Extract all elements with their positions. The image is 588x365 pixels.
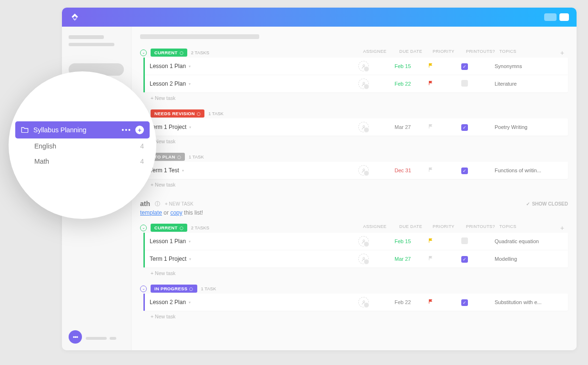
col-topics[interactable]: TOPICS (499, 224, 557, 232)
col-assignee[interactable]: ASSIGNEE (363, 224, 399, 232)
assignee-add-icon[interactable] (358, 254, 369, 264)
new-task-button[interactable]: + New task (145, 311, 568, 322)
task-row[interactable]: Term 1 Test ▾ Dec 31 ✓ Functions of writ… (145, 162, 568, 179)
folder-more-icon[interactable]: ••• (122, 126, 132, 134)
copy-link[interactable]: copy (170, 209, 182, 216)
folder-add-button[interactable]: + (135, 126, 144, 134)
list-title[interactable]: ath (140, 200, 150, 207)
task-name: Lesson 1 Plan (150, 63, 186, 69)
assignee-add-icon[interactable] (358, 297, 369, 307)
topic-value[interactable]: Literature (495, 81, 552, 87)
new-task-button[interactable]: + New task (145, 92, 568, 104)
printouts-checkbox[interactable]: ✓ (461, 299, 468, 306)
col-printouts[interactable]: PRINTOUTS? (466, 224, 499, 232)
list-item-english[interactable]: English 4 (15, 138, 150, 154)
col-printouts[interactable]: PRINTOUTS? (466, 49, 499, 57)
task-row[interactable]: Term 1 Project ▾ Mar 27 ✓ Modelling (145, 250, 568, 267)
topic-value[interactable]: Synonymns (495, 63, 552, 69)
new-task-button[interactable]: + New task (145, 136, 568, 147)
printouts-checkbox[interactable] (461, 237, 468, 244)
status-badge[interactable]: CURRENT ◌ (151, 49, 187, 57)
list-name: Math (34, 158, 49, 165)
priority-flag-icon[interactable] (428, 123, 461, 131)
assignee-add-icon[interactable] (358, 79, 369, 89)
priority-flag-icon[interactable] (428, 237, 461, 245)
column-headers: ASSIGNEE DUE DATE PRIORITY PRINTOUTS? TO… (363, 49, 568, 57)
priority-flag-icon[interactable] (428, 298, 461, 306)
show-closed-toggle[interactable]: ✓ SHOW CLOSED (526, 201, 568, 207)
priority-flag-icon[interactable] (428, 255, 461, 263)
status-edit-icon: ◌ (180, 226, 183, 230)
template-link[interactable]: template (140, 209, 162, 216)
task-count: 2 TASKS (191, 225, 209, 230)
new-task-button[interactable]: + New task (145, 267, 568, 279)
collapse-toggle-icon[interactable]: ⌄ (140, 49, 147, 56)
printouts-checkbox[interactable] (461, 80, 468, 87)
printouts-checkbox[interactable]: ✓ (461, 124, 468, 131)
list-item-math[interactable]: Math 4 (15, 154, 150, 169)
printouts-checkbox[interactable]: ✓ (461, 63, 468, 70)
due-date[interactable]: Feb 15 (395, 238, 428, 244)
topic-value[interactable]: Functions of writin... (495, 168, 552, 173)
due-date[interactable]: Feb 22 (395, 299, 428, 305)
printouts-checkbox[interactable]: ✓ (461, 256, 468, 263)
topic-value[interactable]: Poetry Writing (495, 124, 552, 130)
assignee-add-icon[interactable] (358, 61, 369, 71)
info-icon[interactable]: ⓘ (155, 200, 160, 207)
task-list: Lesson 1 Plan ▾ Feb 15 Quadratic equatio… (143, 233, 568, 267)
col-topics[interactable]: TOPICS (499, 49, 557, 57)
status-edit-icon: ◌ (177, 155, 181, 159)
chevron-down-icon: ▾ (189, 239, 191, 244)
task-row[interactable]: Term 1 Project ▾ Mar 27 ✓ Poetry Writing (145, 118, 568, 136)
status-group: ⌄ CURRENT ◌ 2 TASKS ASSIGNEE DUE DATE PR… (140, 223, 568, 279)
topic-value[interactable]: Modelling (495, 256, 552, 262)
topic-value[interactable]: Quadratic equation (495, 238, 552, 244)
breadcrumb-placeholder (140, 34, 259, 39)
col-priority[interactable]: PRIORITY (433, 224, 466, 232)
top-bar-square[interactable] (559, 13, 569, 21)
check-icon: ✓ (526, 201, 530, 207)
task-row[interactable]: Lesson 2 Plan ▾ Feb 22 Literature (145, 75, 568, 92)
collapse-toggle-icon[interactable]: ⌄ (140, 286, 147, 292)
printouts-checkbox[interactable]: ✓ (461, 168, 468, 174)
folder-syllabus-planning[interactable]: Syllabus Planning ••• + (15, 121, 150, 138)
priority-flag-icon[interactable] (428, 62, 461, 70)
top-bar-pill[interactable] (544, 13, 557, 21)
assignee-add-icon[interactable] (358, 122, 369, 132)
due-date[interactable]: Feb 22 (395, 81, 428, 87)
inline-new-task-button[interactable]: + NEW TASK (165, 201, 193, 207)
task-row[interactable]: Lesson 2 Plan ▾ Feb 22 ✓ Substitution wi… (145, 294, 568, 311)
status-badge[interactable]: CURRENT ◌ (151, 224, 187, 232)
col-assignee[interactable]: ASSIGNEE (363, 49, 399, 57)
col-due-date[interactable]: DUE DATE (399, 224, 433, 232)
sidebar-placeholder-line (69, 43, 114, 46)
new-task-button[interactable]: + New task (145, 179, 568, 190)
priority-flag-icon[interactable] (428, 80, 461, 88)
status-badge[interactable]: NEEDS REVISION ◌ (151, 109, 204, 118)
chat-button[interactable]: ••• (69, 330, 82, 344)
assignee-add-icon[interactable] (358, 236, 369, 247)
due-date[interactable]: Feb 15 (395, 63, 428, 69)
due-date[interactable]: Mar 27 (395, 256, 428, 262)
folder-name: Syllabus Planning (33, 126, 86, 134)
due-date[interactable]: Dec 31 (395, 168, 428, 173)
topic-value[interactable]: Substitution with e... (495, 299, 552, 305)
col-due-date[interactable]: DUE DATE (399, 49, 433, 57)
status-group: ⌄ NEEDS REVISION ◌ 1 TASK Term 1 Project… (140, 109, 568, 147)
group-header: ⌄ NEEDS REVISION ◌ 1 TASK (140, 109, 568, 118)
due-date[interactable]: Mar 27 (395, 124, 428, 130)
task-row[interactable]: Lesson 1 Plan ▾ Feb 15 ✓ Synonymns (145, 58, 568, 75)
status-badge[interactable]: IN PROGRESS ◌ (151, 285, 197, 293)
task-name: Term 1 Project (150, 256, 186, 262)
col-priority[interactable]: PRIORITY (433, 49, 466, 57)
status-label: IN PROGRESS (154, 286, 187, 291)
add-column-button[interactable]: + (557, 49, 568, 57)
add-column-button[interactable]: + (557, 224, 568, 232)
collapse-toggle-icon[interactable]: ⌄ (140, 225, 147, 231)
task-row[interactable]: Lesson 1 Plan ▾ Feb 15 Quadratic equatio… (145, 233, 568, 250)
chevron-down-icon: ▾ (189, 257, 191, 261)
task-name: Lesson 2 Plan (150, 299, 186, 306)
chevron-down-icon: ▾ (189, 64, 191, 69)
assignee-add-icon[interactable] (358, 165, 369, 176)
priority-flag-icon[interactable] (428, 167, 461, 174)
